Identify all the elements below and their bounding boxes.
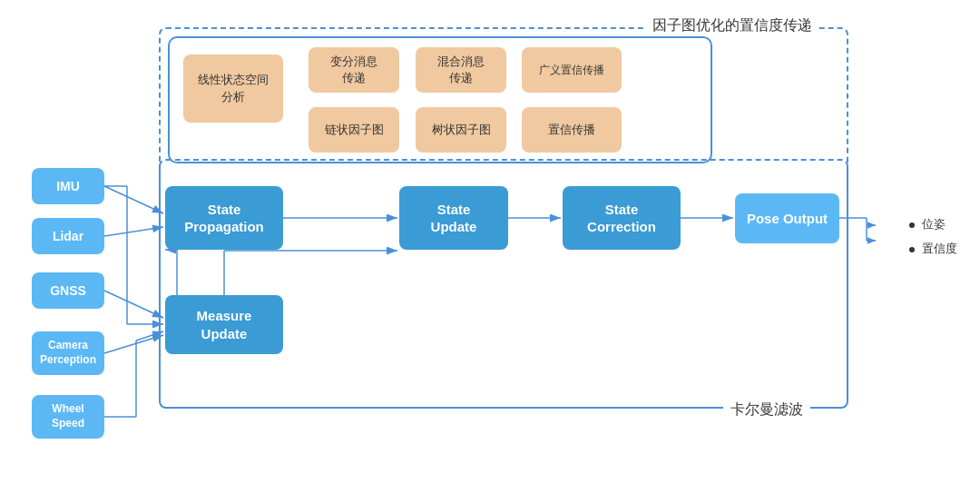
tree-factor-box: 树状因子图 [416,107,506,153]
camera-box: Camera Perception [32,331,104,375]
chain-factor-box: 链状因子图 [309,107,399,153]
wheel-box: Wheel Speed [32,395,104,439]
factor-graph-title: 因子图优化的置信度传递 [645,16,819,35]
lidar-label: Lidar [53,229,83,243]
pose-text: 位姿 [922,217,946,231]
kalman-title: 卡尔曼滤波 [723,400,810,420]
state-correction-box: State Correction [563,186,681,250]
state-correction-label: State Correction [587,201,656,236]
camera-label: Camera Perception [40,339,96,367]
gnss-label: GNSS [50,283,86,298]
gnss-box: GNSS [32,272,104,309]
output-labels: 位姿 置信度 [909,213,957,260]
chain-factor-label: 链状因子图 [325,122,384,138]
generalized-belief-box: 广义置信传播 [522,47,622,93]
pose-output-box: Pose Output [735,193,839,243]
measure-update-box: Measure Update [165,295,283,354]
belief-propagation-label: 置信传播 [548,122,595,138]
output-label-pose: 位姿 [909,213,957,234]
output-label-confidence: 置信度 [909,238,957,259]
measure-update-label: Measure Update [197,307,252,342]
diagram-container: 因子图优化的置信度传递 卡尔曼滤波 线性状态空间 分析 变分消息 传递 混合消息… [18,18,962,466]
svg-line-7 [104,291,163,318]
linear-analysis-label: 线性状态空间 分析 [198,72,269,104]
svg-line-3 [104,227,163,236]
lidar-box: Lidar [32,218,104,254]
pose-dot [909,222,915,228]
tree-factor-label: 树状因子图 [432,122,491,138]
state-propagation-label: State Propagation [184,201,264,236]
belief-propagation-box: 置信传播 [522,107,622,153]
wheel-label: Wheel Speed [52,402,84,430]
generalized-belief-label: 广义置信传播 [539,63,604,78]
variational-msg-box: 变分消息 传递 [309,47,399,93]
imu-box: IMU [32,168,104,204]
svg-line-8 [104,335,163,353]
confidence-text: 置信度 [922,242,957,255]
mixed-msg-label: 混合消息 传递 [437,54,485,86]
variational-msg-label: 变分消息 传递 [330,54,377,86]
state-propagation-box: State Propagation [165,186,283,250]
pose-output-label: Pose Output [747,210,828,228]
linear-analysis-box: 线性状态空间 分析 [183,54,283,123]
confidence-dot [909,247,915,252]
state-update-box: State Update [399,186,508,250]
state-update-label: State Update [431,201,477,236]
mixed-msg-box: 混合消息 传递 [416,47,506,93]
imu-label: IMU [56,179,80,193]
svg-line-2 [104,186,163,213]
